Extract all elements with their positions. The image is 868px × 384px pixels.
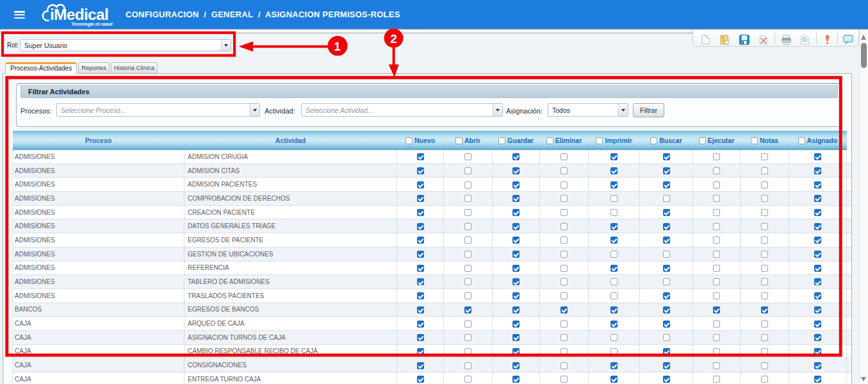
svg-text:iMedical: iMedical <box>50 6 108 23</box>
svg-text:2: 2 <box>390 32 397 46</box>
svg-text:Tecnología en salud: Tecnología en salud <box>72 22 113 27</box>
svg-text:1: 1 <box>334 40 341 53</box>
